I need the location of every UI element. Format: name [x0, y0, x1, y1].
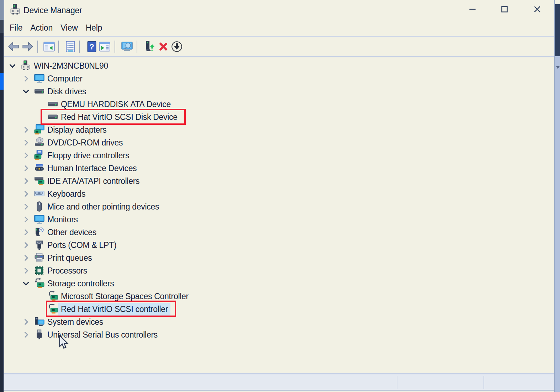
update-driver-icon — [143, 49, 155, 54]
properties-button[interactable] — [64, 40, 77, 53]
scan-icon — [121, 49, 133, 54]
disable-icon — [170, 49, 183, 54]
tree-item-label: Red Hat VirtIO SCSI Disk Device — [58, 111, 180, 123]
window-title: Device Manager — [23, 0, 82, 20]
ports-icon — [34, 239, 45, 250]
screen: Device Manager FileActionViewHelp ? WIN-… — [0, 0, 560, 392]
keyboard-icon — [34, 188, 45, 199]
right-edge-segment — [555, 4, 560, 56]
action-pane-icon — [98, 49, 111, 54]
disk-icon — [47, 111, 58, 122]
tree-item-ide-ata-atapi-controllers[interactable]: IDE ATA/ATAPI controllers — [4, 175, 554, 187]
scan-for-hardware-changes-button[interactable] — [120, 40, 134, 53]
tree-item-processors[interactable]: Processors — [4, 264, 554, 277]
back-arrow-icon — [7, 49, 20, 54]
chevron-right-icon[interactable] — [21, 317, 31, 327]
forward-arrow-icon — [21, 49, 34, 54]
storage-controller-icon — [47, 303, 58, 314]
tree-item-mice-and-other-pointing-devices[interactable]: Mice and other pointing devices — [4, 200, 554, 213]
device-manager-icon — [9, 4, 21, 16]
chevron-down-icon[interactable] — [21, 279, 31, 288]
tree-item-qemu-harddisk-ata-device[interactable]: QEMU HARDDISK ATA Device — [4, 98, 554, 111]
tree-item-label: WIN-2M3NCB0NL90 — [31, 59, 111, 72]
tree-item-floppy-drive-controllers[interactable]: Floppy drive controllers — [4, 149, 554, 162]
menu-bar: FileActionViewHelp — [4, 20, 554, 36]
toolbar-separator — [115, 41, 115, 53]
forward-button[interactable] — [21, 40, 35, 53]
svg-text:?: ? — [40, 228, 42, 232]
close-button[interactable] — [529, 2, 545, 17]
tree-item-label: Monitors — [45, 213, 80, 226]
uninstall-device-button[interactable] — [157, 40, 170, 53]
back-button[interactable] — [7, 40, 20, 53]
dvd-icon — [34, 137, 45, 148]
menu-help[interactable]: Help — [86, 23, 102, 33]
maximize-icon — [500, 5, 509, 15]
chevron-right-icon[interactable] — [21, 189, 31, 198]
chevron-down-icon[interactable] — [8, 61, 17, 70]
chevron-right-icon[interactable] — [21, 151, 31, 160]
tree-item-storage-controllers[interactable]: Storage controllers — [4, 277, 554, 290]
tree-item-red-hat-virtio-scsi-controller[interactable]: Red Hat VirtIO SCSI controller — [4, 303, 554, 316]
left-edge-segment — [0, 20, 4, 33]
show-console-tree-button[interactable] — [42, 40, 56, 53]
tree-item-keyboards[interactable]: Keyboards — [4, 187, 554, 200]
minimize-button[interactable] — [464, 2, 481, 17]
chevron-right-icon[interactable] — [21, 215, 31, 224]
chevron-right-icon[interactable] — [21, 74, 31, 83]
show-action-pane-button[interactable] — [98, 40, 111, 53]
tree-item-label: Ports (COM & LPT) — [45, 239, 119, 251]
tree-item-label: Human Interface Devices — [45, 162, 139, 175]
device-tree: WIN-2M3NCB0NL90ComputerDisk drivesQEMU H… — [4, 57, 554, 374]
computer-icon — [20, 60, 31, 71]
uninstall-icon — [157, 49, 170, 54]
help-button[interactable]: ? — [85, 40, 99, 53]
tree-item-label: Keyboards — [45, 187, 88, 200]
tree-item-dvd-cd-rom-drives[interactable]: DVD/CD-ROM drives — [4, 136, 554, 149]
tree-item-universal-serial-bus-controllers[interactable]: Universal Serial Bus controllers — [4, 328, 554, 341]
tree-item-label: IDE ATA/ATAPI controllers — [45, 175, 142, 187]
monitor-icon — [34, 73, 45, 84]
menu-action[interactable]: Action — [30, 23, 53, 33]
title-bar: Device Manager — [4, 0, 554, 20]
tree-item-human-interface-devices[interactable]: Human Interface Devices — [4, 162, 554, 175]
close-icon — [533, 5, 542, 15]
tree-item-monitors[interactable]: Monitors — [4, 213, 554, 226]
tree-item-label: Other devices — [45, 226, 99, 239]
tree-item-system-devices[interactable]: System devices — [4, 316, 554, 328]
chevron-right-icon[interactable] — [21, 228, 31, 237]
statusbar-divider — [397, 376, 397, 389]
tree-item-label: System devices — [45, 316, 106, 328]
tree-item-ports-com-lpt[interactable]: Ports (COM & LPT) — [4, 239, 554, 251]
toolbar: ? — [4, 37, 554, 56]
status-bar — [4, 374, 554, 391]
tree-item-other-devices[interactable]: ?Other devices — [4, 226, 554, 239]
menu-view[interactable]: View — [60, 23, 78, 33]
tree-item-red-hat-virtio-scsi-disk-device[interactable]: Red Hat VirtIO SCSI Disk Device — [4, 111, 554, 123]
tree-item-label: DVD/CD-ROM drives — [45, 136, 125, 149]
chevron-right-icon[interactable] — [21, 240, 31, 250]
chevron-down-icon[interactable] — [21, 87, 31, 96]
tree-item-microsoft-storage-spaces-controller[interactable]: Microsoft Storage Spaces Controller — [4, 290, 554, 303]
update-driver-button[interactable] — [142, 40, 156, 53]
disable-device-button[interactable] — [170, 40, 184, 53]
chevron-right-icon[interactable] — [21, 266, 31, 275]
device-manager-window: Device Manager FileActionViewHelp ? WIN-… — [4, 0, 555, 392]
chevron-right-icon[interactable] — [21, 138, 31, 147]
tree-item-print-queues[interactable]: Print queues — [4, 251, 554, 264]
minimize-icon — [468, 5, 477, 15]
chevron-right-icon[interactable] — [21, 330, 31, 339]
tree-item-disk-drives[interactable]: Disk drives — [4, 85, 554, 98]
chevron-right-icon[interactable] — [21, 125, 31, 134]
tree-item-computer[interactable]: Computer — [4, 72, 554, 85]
chevron-right-icon[interactable] — [21, 176, 31, 186]
mouse-icon — [34, 201, 45, 212]
chevron-right-icon[interactable] — [21, 253, 31, 263]
chevron-right-icon[interactable] — [21, 202, 31, 211]
tree-item-display-adapters[interactable]: Display adapters — [4, 123, 554, 136]
menu-file[interactable]: File — [10, 23, 22, 33]
maximize-button[interactable] — [496, 2, 513, 17]
tree-item-win-2m3ncb0nl90[interactable]: WIN-2M3NCB0NL90 — [4, 59, 554, 72]
chevron-right-icon[interactable] — [21, 164, 31, 173]
ide-icon — [34, 175, 45, 186]
